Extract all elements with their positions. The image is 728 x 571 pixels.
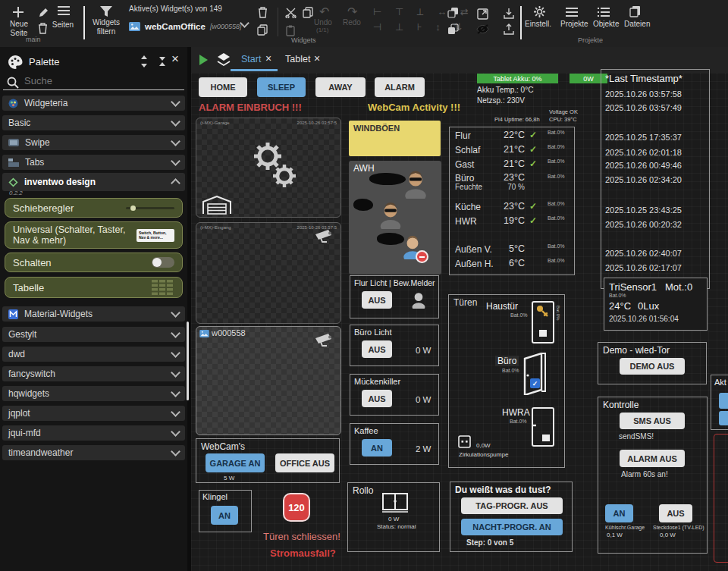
pages-menu-icon[interactable] xyxy=(58,6,70,15)
sidebar-group-jqui-mfd[interactable]: jqui-mfd xyxy=(2,425,185,441)
group-label: jqui-mfd xyxy=(8,428,41,438)
clipped-blue-button[interactable] xyxy=(719,411,728,425)
klingel-button[interactable]: AN xyxy=(211,506,238,525)
projects-button[interactable]: Projekte xyxy=(560,20,588,29)
widget-select[interactable]: webCamOffice [w000558] xyxy=(129,18,250,35)
pages-button[interactable]: Seiten xyxy=(44,20,82,30)
filter-widgets-button[interactable]: Widgets filtern xyxy=(85,18,127,36)
door-open-icon[interactable] xyxy=(520,353,546,395)
image-icon xyxy=(199,330,209,337)
cut-icon[interactable] xyxy=(285,8,297,18)
sidebar-group-timeandweather[interactable]: timeandweather xyxy=(2,445,185,460)
alarm-button[interactable]: ALARM AUS xyxy=(620,450,685,467)
hide-widgets-icon[interactable] xyxy=(476,24,489,34)
close-palette-icon[interactable]: × xyxy=(171,52,179,67)
edit-page-icon[interactable] xyxy=(38,8,49,18)
temp-bat: Bat.0% xyxy=(548,144,565,149)
sidebar-group-tabs[interactable]: Tabs xyxy=(2,155,185,170)
motion-person-icon xyxy=(411,291,426,309)
voltage-ok-label: Voltage OK xyxy=(549,108,578,115)
sidebar-group-inventwo[interactable]: inventwo design xyxy=(2,173,185,191)
sidebar-group-basic[interactable]: Basic xyxy=(2,115,185,130)
nacht-programm-button[interactable]: NACHT-PROGR. AN xyxy=(461,519,563,535)
temp-room: Küche xyxy=(455,202,481,212)
flur-licht-button[interactable]: AUS xyxy=(362,291,392,309)
undo-label: Undo xyxy=(314,18,332,27)
door-checkbox[interactable]: ✓ xyxy=(530,378,540,388)
mueckenkiller-watt: 0 W xyxy=(416,395,431,404)
sidebar-group-material[interactable]: Material-Widgets xyxy=(2,306,185,322)
objects-button[interactable]: Objekte xyxy=(593,20,619,29)
tab-start-close-icon[interactable]: × xyxy=(265,52,271,64)
mueckenkiller-panel: Mückenkiller AUS 0 W xyxy=(350,374,439,416)
expand-all-icon[interactable] xyxy=(140,55,149,67)
new-page-button[interactable]: Neue Seite xyxy=(2,20,36,37)
files-button[interactable]: Dateien xyxy=(624,20,650,29)
widget-schieberegler[interactable]: Schieberegler xyxy=(5,198,183,218)
add-page-icon[interactable] xyxy=(12,6,24,18)
mode-away-button[interactable]: AWAY xyxy=(315,77,366,97)
tabs-icon xyxy=(8,158,19,167)
sms-button[interactable]: SMS AUS xyxy=(620,413,685,429)
sidebar-group-swipe[interactable]: Swipe xyxy=(2,135,185,150)
filter-widgets-icon[interactable] xyxy=(100,6,112,17)
door-closed-icon[interactable] xyxy=(532,301,554,344)
clipped-blue-button[interactable] xyxy=(719,393,728,409)
mode-alarm-button[interactable]: ALARM xyxy=(375,77,425,97)
garage-cam-button[interactable]: GARAGE AN xyxy=(206,453,265,472)
sidebar-group-gestylt[interactable]: Gestylt xyxy=(2,327,185,342)
sidebar-scrollbar[interactable] xyxy=(187,322,189,400)
kuehlschrank-watt: 0,1 W xyxy=(607,532,623,538)
mueckenkiller-button[interactable]: AUS xyxy=(362,390,392,407)
door-closed-icon[interactable] xyxy=(532,407,554,447)
open-external-icon[interactable] xyxy=(477,8,488,20)
search-input[interactable] xyxy=(23,74,177,87)
tablet-akku-badge: Tablet Akku: 0% xyxy=(477,74,558,83)
undo-icon[interactable]: ↶ xyxy=(319,5,329,19)
temp-room: Flur xyxy=(455,130,471,141)
import-icon[interactable] xyxy=(504,24,514,35)
tag-programm-button[interactable]: TAG-PROGR. AUS xyxy=(461,497,563,514)
settings-gear-icon[interactable] xyxy=(534,6,545,17)
kaffee-button[interactable]: AN xyxy=(362,439,392,456)
layers-icon[interactable] xyxy=(215,52,232,68)
tab-tablet[interactable]: Tablet xyxy=(285,54,310,64)
pump-label: Zirkulationspumpe xyxy=(459,451,508,458)
projects-menu-icon[interactable] xyxy=(566,8,578,17)
widget-schalten[interactable]: Schalten xyxy=(5,253,183,272)
paste-icon[interactable] xyxy=(286,25,297,36)
export-icon[interactable] xyxy=(504,8,514,19)
webcam-office-view-selected[interactable]: w000558 xyxy=(196,326,341,435)
send-back-icon[interactable] xyxy=(447,24,459,35)
window-icon[interactable] xyxy=(382,493,408,513)
delete-widget-icon[interactable] xyxy=(258,7,268,18)
tab-tablet-close-icon[interactable]: × xyxy=(314,52,320,64)
sidebar-group-fancyswitch[interactable]: fancyswitch xyxy=(2,366,185,381)
temp-sub-room: Feuchte xyxy=(455,183,482,191)
mode-sleep-button[interactable]: SLEEP xyxy=(257,77,306,97)
bring-front-icon[interactable] xyxy=(447,7,459,18)
copy-icon[interactable] xyxy=(303,7,313,18)
demo-button[interactable]: DEMO AUS xyxy=(620,358,685,375)
timestamp: 2025.10.26 03:57:49 xyxy=(605,103,682,112)
webcam-name-overlay: (t-MX)-Eingang xyxy=(200,225,231,230)
clone-widget-icon[interactable] xyxy=(257,24,268,36)
widget-tabelle[interactable]: Tabelle xyxy=(5,277,183,298)
office-cam-button[interactable]: OFFICE AUS xyxy=(275,453,334,472)
mode-home-button[interactable]: HOME xyxy=(199,77,247,97)
settings-button[interactable]: Einstell. xyxy=(525,20,551,29)
sidebar-group-hqwidgets[interactable]: hqwidgets xyxy=(2,386,185,401)
sidebar-group-dwd[interactable]: dwd xyxy=(2,347,185,362)
objects-list-icon[interactable] xyxy=(598,8,610,17)
collapse-all-icon[interactable] xyxy=(158,57,167,66)
kuehlschrank-button[interactable]: AN xyxy=(605,504,633,522)
run-view-icon[interactable] xyxy=(199,55,208,65)
files-icon[interactable] xyxy=(629,5,641,17)
tab-start[interactable]: Start xyxy=(241,54,261,64)
steckdose-button[interactable]: AUS xyxy=(659,504,692,522)
redo-icon[interactable]: ↷ xyxy=(347,5,357,19)
sidebar-group-jqplot[interactable]: jqplot xyxy=(2,406,185,421)
buero-licht-button[interactable]: AUS xyxy=(362,340,392,358)
sidebar-group-widgeteria[interactable]: Widgeteria xyxy=(2,96,185,111)
widget-universal[interactable]: Universal (Schalter, Taster, Nav & mehr)… xyxy=(5,221,183,249)
